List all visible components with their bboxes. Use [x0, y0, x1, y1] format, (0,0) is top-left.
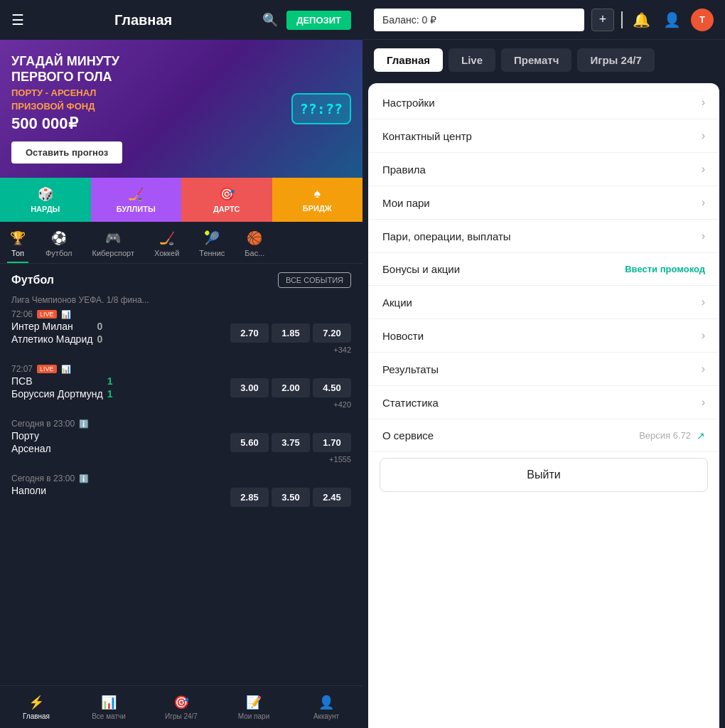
team-row: Порту	[11, 430, 51, 441]
match-teams: Порту Арсенал	[11, 430, 51, 454]
match-row: 72:07 LIVE 📊 ПСВ 1 Боруссия Дортмунд 1	[11, 364, 351, 409]
match-time: Сегодня в 23:00 ℹ️	[11, 473, 351, 483]
menu-item-right: Ввести промокод	[625, 264, 705, 274]
home-icon: ⚡	[28, 695, 44, 710]
more-odds: +1555	[329, 455, 351, 464]
sport-basketball[interactable]: 🏀 Бас...	[235, 228, 274, 263]
menu-item-right: ›	[702, 363, 705, 375]
account-icon: 👤	[318, 695, 334, 710]
odds-row: 5.60 3.75 1.70	[230, 433, 351, 452]
search-icon[interactable]: 🔍	[262, 12, 278, 28]
logout-button[interactable]: Выйти	[380, 458, 708, 492]
tab-live[interactable]: Live	[449, 48, 495, 72]
odd-2-button[interactable]: 2.45	[313, 488, 351, 507]
hamburger-icon[interactable]: ☰	[11, 11, 24, 28]
menu-item-bets-ops[interactable]: Пари, операции, выплаты ›	[368, 220, 719, 253]
odd-1-button[interactable]: 3.00	[230, 378, 269, 397]
menu-item-right: ›	[702, 163, 705, 176]
bridge-icon: ♠	[313, 186, 321, 201]
sport-tennis[interactable]: 🎾 Теннис	[189, 228, 235, 263]
football-icon: ⚽	[51, 230, 67, 246]
avatar[interactable]: Т	[691, 9, 714, 31]
banner-clock: ??:??	[291, 93, 351, 124]
match-teams: Наполи	[11, 485, 46, 496]
deposit-button[interactable]: ДЕПОЗИТ	[286, 11, 351, 30]
odd-1-button[interactable]: 5.60	[230, 433, 269, 452]
nav-games[interactable]: 🎯 Игры 24/7	[145, 686, 218, 728]
banner-cta-button[interactable]: Оставить прогноз	[11, 141, 122, 164]
esports-icon: 🎮	[105, 230, 121, 246]
menu-item-news[interactable]: Новости ›	[368, 319, 719, 353]
hockey-icon: 🏒	[159, 230, 175, 246]
notification-icon[interactable]: 🔔	[630, 11, 653, 28]
menu-item-promos[interactable]: Акции ›	[368, 286, 719, 319]
external-link-icon[interactable]: ↗	[697, 430, 705, 441]
odd-x-button[interactable]: 1.85	[272, 323, 310, 343]
menu-item-results[interactable]: Результаты ›	[368, 353, 719, 386]
games-icon: 🎯	[173, 695, 189, 710]
nav-home[interactable]: ⚡ Главная	[0, 686, 72, 728]
divider	[621, 11, 623, 28]
odd-x-button[interactable]: 2.00	[272, 378, 310, 397]
sport-football[interactable]: ⚽ Футбол	[36, 228, 82, 263]
odd-x-button[interactable]: 3.50	[272, 488, 310, 507]
more-odds: +342	[333, 346, 351, 354]
odd-x-button[interactable]: 3.75	[272, 433, 310, 452]
left-header: ☰ Главная 🔍 ДЕПОЗИТ	[0, 0, 362, 40]
menu-item-right: ›	[702, 196, 705, 209]
promo-banner: УГАДАЙ МИНУТУ ПЕРВОГО ГОЛА ПОРТУ - АРСЕН…	[0, 40, 362, 178]
stats-icon: 📊	[61, 310, 71, 319]
balance-display[interactable]	[374, 9, 584, 31]
menu-item-bonuses[interactable]: Бонусы и акции Ввести промокод	[368, 253, 719, 286]
sport-esports[interactable]: 🎮 Киберспорт	[82, 228, 144, 263]
game-buttons-row: 🎲 НАРДЫ 🏒 БУЛЛИТЫ 🎯 ДАРТС ♠ БРИДЖ	[0, 178, 362, 222]
odd-2-button[interactable]: 1.70	[313, 433, 351, 452]
nav-matches[interactable]: 📊 Все матчи	[72, 686, 145, 728]
mybets-icon: 📝	[246, 695, 262, 710]
odd-2-button[interactable]: 7.20	[313, 323, 351, 343]
tab-games247[interactable]: Игры 24/7	[577, 48, 654, 72]
version-text: Версия 6.72	[639, 430, 691, 441]
basketball-icon: 🏀	[247, 230, 262, 246]
team-row: Интер Милан 0	[11, 321, 107, 332]
nav-mybets[interactable]: 📝 Мои пари	[218, 686, 290, 728]
football-section: Футбол ВСЕ СОБЫТИЯ Лига Чемпионов УЕФА. …	[0, 264, 362, 507]
bridge-button[interactable]: ♠ БРИДЖ	[272, 178, 363, 222]
darts-button[interactable]: 🎯 ДАРТС	[181, 178, 272, 222]
odd-1-button[interactable]: 2.85	[230, 488, 269, 507]
nardy-button[interactable]: 🎲 НАРДЫ	[0, 178, 91, 222]
tennis-icon: 🎾	[204, 230, 220, 246]
chevron-right-icon: ›	[702, 296, 705, 309]
odd-2-button[interactable]: 4.50	[313, 378, 351, 397]
bully-button[interactable]: 🏒 БУЛЛИТЫ	[91, 178, 182, 222]
chevron-right-icon: ›	[702, 329, 705, 342]
user-icon[interactable]: 👤	[660, 11, 684, 28]
menu-item-right: ›	[702, 396, 705, 409]
menu-item-rules[interactable]: Правила ›	[368, 153, 719, 186]
tab-prematch[interactable]: Прематч	[501, 48, 571, 72]
sport-hockey[interactable]: 🏒 Хоккей	[144, 228, 189, 263]
tab-main[interactable]: Главная	[374, 48, 443, 72]
league-label: Лига Чемпионов УЕФА. 1/8 фина...	[11, 295, 351, 305]
menu-item-about[interactable]: О сервисе Версия 6.72 ↗	[368, 419, 719, 452]
menu-item-right: ›	[702, 296, 705, 309]
menu-item-contact[interactable]: Контактный центр ›	[368, 119, 719, 153]
right-panel: + 🔔 👤 Т Главная Live Прематч Игры 24/7 Н…	[362, 0, 725, 728]
chevron-right-icon: ›	[702, 230, 705, 242]
menu-item-settings[interactable]: Настройки ›	[368, 86, 719, 119]
menu-item-stats[interactable]: Статистика ›	[368, 386, 719, 419]
plus-button[interactable]: +	[591, 9, 614, 31]
left-panel: ☰ Главная 🔍 ДЕПОЗИТ УГАДАЙ МИНУТУ ПЕРВОГ…	[0, 0, 362, 728]
sport-top[interactable]: 🏆 Топ	[0, 228, 36, 263]
all-events-button[interactable]: ВСЕ СОБЫТИЯ	[278, 272, 351, 288]
odds-row: 2.85 3.50 2.45	[230, 488, 351, 507]
menu-item-mybets[interactable]: Мои пари ›	[368, 186, 719, 220]
odd-1-button[interactable]: 2.70	[230, 323, 269, 343]
tabs-row: Главная Live Прематч Игры 24/7	[362, 40, 725, 77]
right-header: + 🔔 👤 Т	[362, 0, 725, 40]
promo-link[interactable]: Ввести промокод	[625, 264, 705, 274]
odds-row: 2.70 1.85 7.20	[230, 323, 351, 343]
chevron-right-icon: ›	[702, 196, 705, 209]
nav-account[interactable]: 👤 Аккаунт	[290, 686, 362, 728]
menu-item-right: ›	[702, 329, 705, 342]
